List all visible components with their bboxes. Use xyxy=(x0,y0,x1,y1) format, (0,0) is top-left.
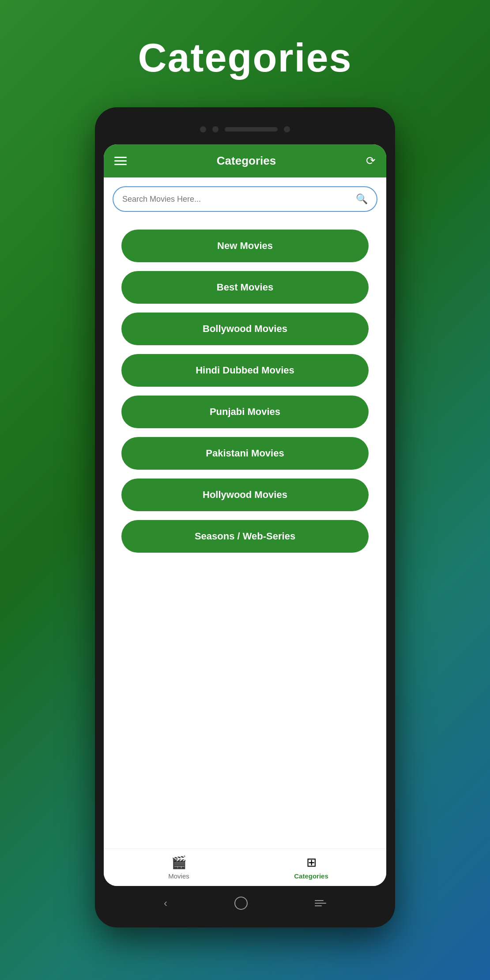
nav-label-categories: Categories xyxy=(294,872,328,880)
recent-line-1 xyxy=(315,900,324,901)
android-home-button[interactable] xyxy=(234,897,248,910)
camera-dot-3 xyxy=(284,126,290,132)
category-btn-hollywood-movies[interactable]: Hollywood Movies xyxy=(121,479,369,511)
category-btn-new-movies[interactable]: New Movies xyxy=(121,230,369,262)
category-btn-bollywood-movies[interactable]: Bollywood Movies xyxy=(121,313,369,345)
menu-line-2 xyxy=(114,160,127,162)
menu-line-3 xyxy=(114,164,127,165)
nav-label-movies: Movies xyxy=(168,872,189,880)
refresh-icon[interactable]: ⟳ xyxy=(366,154,376,168)
category-btn-best-movies[interactable]: Best Movies xyxy=(121,271,369,304)
category-btn-punjabi-movies[interactable]: Punjabi Movies xyxy=(121,396,369,428)
search-container: 🔍 xyxy=(104,177,386,216)
android-recent-button[interactable] xyxy=(315,900,326,906)
app-header: Categories ⟳ xyxy=(104,144,386,177)
nav-icon-movies: 🎬 xyxy=(171,855,187,870)
android-back-button[interactable]: ‹ xyxy=(164,897,167,909)
search-bar: 🔍 xyxy=(113,186,377,212)
page-title: Categories xyxy=(138,35,352,81)
category-btn-seasons-web-series[interactable]: Seasons / Web-Series xyxy=(121,520,369,553)
category-btn-hindi-dubbed-movies[interactable]: Hindi Dubbed Movies xyxy=(121,354,369,387)
nav-item-movies[interactable]: 🎬Movies xyxy=(113,855,245,880)
phone-screen: Categories ⟳ 🔍 New MoviesBest MoviesBoll… xyxy=(104,144,386,886)
nav-item-categories[interactable]: ⊞Categories xyxy=(245,855,377,880)
nav-icon-categories: ⊞ xyxy=(306,855,317,870)
categories-list: New MoviesBest MoviesBollywood MoviesHin… xyxy=(104,216,386,848)
phone-frame: Categories ⟳ 🔍 New MoviesBest MoviesBoll… xyxy=(95,107,395,927)
camera-row xyxy=(200,126,290,132)
menu-line-1 xyxy=(114,157,127,158)
search-icon[interactable]: 🔍 xyxy=(356,193,368,205)
camera-dot-2 xyxy=(212,126,219,132)
menu-button[interactable] xyxy=(114,157,127,165)
camera-dot-1 xyxy=(200,126,206,132)
category-btn-pakistani-movies[interactable]: Pakistani Movies xyxy=(121,437,369,470)
bottom-nav: 🎬Movies⊞Categories xyxy=(104,848,386,886)
recent-line-3 xyxy=(315,905,322,906)
phone-bottom-bar: ‹ xyxy=(104,888,386,919)
search-input[interactable] xyxy=(122,195,356,204)
header-title: Categories xyxy=(217,154,276,168)
speaker-bar xyxy=(225,127,278,132)
phone-notch xyxy=(104,116,386,143)
recent-line-2 xyxy=(315,903,326,904)
